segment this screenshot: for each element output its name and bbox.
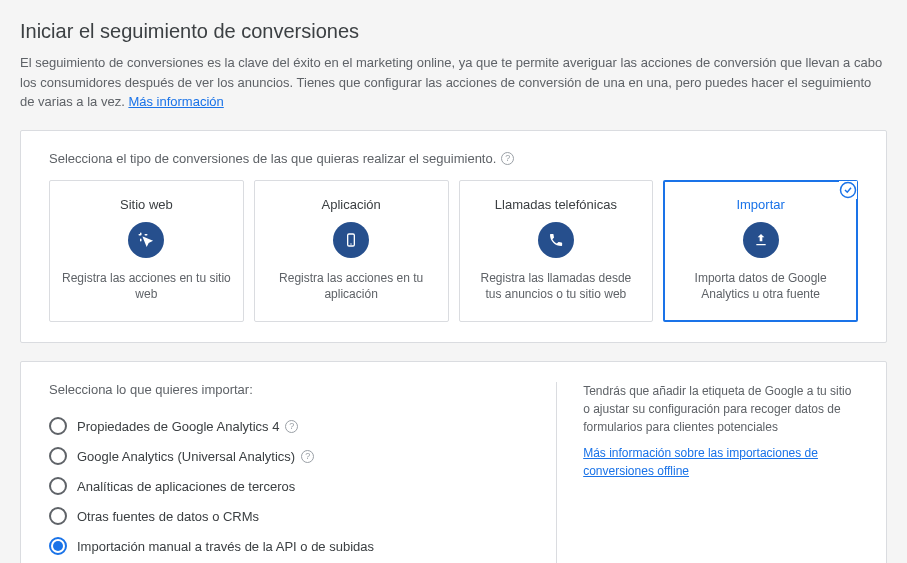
card-title: Llamadas telefónicas xyxy=(472,197,641,212)
radio-label: Google Analytics (Universal Analytics) ? xyxy=(77,449,314,464)
import-panel: Selecciona lo que quieres importar: Prop… xyxy=(20,361,887,563)
import-section-label: Selecciona lo que quieres importar: xyxy=(49,382,516,397)
card-app[interactable]: Aplicación Registra las acciones en tu a… xyxy=(254,180,449,323)
card-title: Aplicación xyxy=(267,197,436,212)
help-icon[interactable]: ? xyxy=(501,152,514,165)
help-icon[interactable]: ? xyxy=(301,450,314,463)
type-section-label: Selecciona el tipo de conversiones de la… xyxy=(49,151,858,166)
card-desc: Registra las acciones en tu aplicación xyxy=(267,270,436,304)
card-website[interactable]: Sitio web Registra las acciones en tu si… xyxy=(49,180,244,323)
help-icon[interactable]: ? xyxy=(285,420,298,433)
card-phone-calls[interactable]: Llamadas telefónicas Registra las llamad… xyxy=(459,180,654,323)
radio-ga4[interactable]: Propiedades de Google Analytics 4 ? xyxy=(49,411,516,441)
svg-point-1 xyxy=(350,243,351,244)
card-desc: Registra las llamadas desde tus anuncios… xyxy=(472,270,641,304)
card-desc: Registra las acciones en tu sitio web xyxy=(62,270,231,304)
phone-icon xyxy=(538,222,574,258)
import-label-text: Selecciona lo que quieres importar: xyxy=(49,382,253,397)
info-text: Tendrás que añadir la etiqueta de Google… xyxy=(583,382,858,436)
card-title: Importar xyxy=(676,197,845,212)
cursor-click-icon xyxy=(128,222,164,258)
radio-label: Propiedades de Google Analytics 4 ? xyxy=(77,419,298,434)
radio-icon xyxy=(49,447,67,465)
page-title: Iniciar el seguimiento de conversiones xyxy=(20,20,887,43)
radio-other-sources[interactable]: Otras fuentes de datos o CRMs xyxy=(49,501,516,531)
card-import[interactable]: Importar Importa datos de Google Analyti… xyxy=(663,180,858,323)
radio-third-party-apps[interactable]: Analíticas de aplicaciones de terceros xyxy=(49,471,516,501)
import-options: Selecciona lo que quieres importar: Prop… xyxy=(49,382,516,563)
check-circle-icon xyxy=(839,181,857,199)
radio-label: Otras fuentes de datos o CRMs xyxy=(77,509,259,524)
offline-conversions-link[interactable]: Más información sobre las importaciones … xyxy=(583,444,858,480)
radio-icon xyxy=(49,507,67,525)
svg-point-2 xyxy=(841,182,856,197)
mobile-icon xyxy=(333,222,369,258)
card-row: Sitio web Registra las acciones en tu si… xyxy=(49,180,858,323)
type-label-text: Selecciona el tipo de conversiones de la… xyxy=(49,151,496,166)
card-title: Sitio web xyxy=(62,197,231,212)
radio-label: Importación manual a través de la API o … xyxy=(77,539,374,554)
radio-manual-import[interactable]: Importación manual a través de la API o … xyxy=(49,531,516,561)
conversion-type-panel: Selecciona el tipo de conversiones de la… xyxy=(20,130,887,344)
more-info-link[interactable]: Más información xyxy=(128,94,223,109)
radio-icon xyxy=(49,537,67,555)
radio-universal-analytics[interactable]: Google Analytics (Universal Analytics) ? xyxy=(49,441,516,471)
import-info-sidebar: Tendrás que añadir la etiqueta de Google… xyxy=(556,382,858,563)
page-description: El seguimiento de conversiones es la cla… xyxy=(20,53,887,112)
upload-icon xyxy=(743,222,779,258)
radio-icon xyxy=(49,477,67,495)
radio-icon xyxy=(49,417,67,435)
radio-list: Propiedades de Google Analytics 4 ? Goog… xyxy=(49,411,516,563)
radio-label: Analíticas de aplicaciones de terceros xyxy=(77,479,295,494)
card-desc: Importa datos de Google Analytics u otra… xyxy=(676,270,845,304)
